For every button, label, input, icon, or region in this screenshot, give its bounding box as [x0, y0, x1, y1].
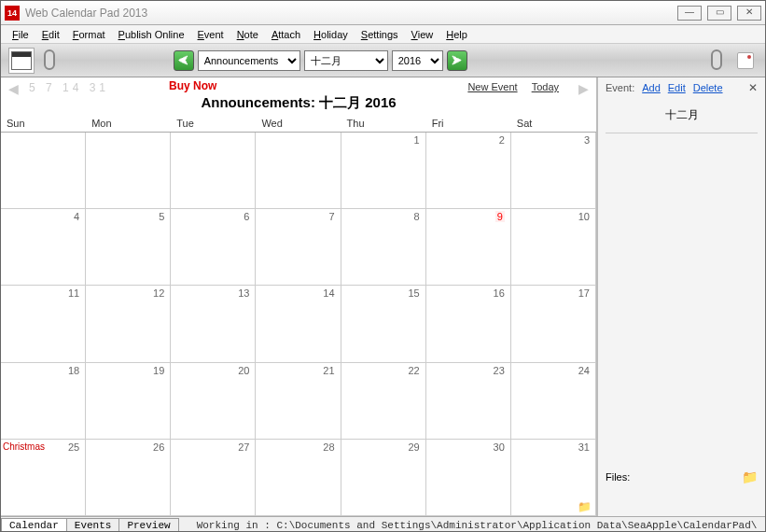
menu-note[interactable]: Note — [231, 27, 264, 42]
day-header: Sun — [1, 115, 86, 132]
calendar-cell[interactable]: 27 — [171, 440, 256, 516]
buy-now-link[interactable]: Buy Now — [169, 79, 216, 92]
tab-events[interactable]: Events — [66, 518, 120, 532]
calendar-cell[interactable]: 8 — [341, 209, 426, 286]
day-header: Wed — [256, 115, 341, 132]
calendar-cell[interactable]: 1 — [341, 133, 426, 209]
calendar-cell[interactable]: 16 — [426, 286, 511, 362]
sidebar-month: 十二月 — [606, 107, 758, 123]
status-message: Working in : C:\Documents and Settings\A… — [197, 520, 758, 531]
day-header: Thu — [341, 115, 426, 132]
day-number: 7 — [328, 211, 334, 222]
day-number: 11 — [68, 287, 79, 299]
minimize-button[interactable]: — — [677, 6, 702, 21]
calendar-cell[interactable]: 24 — [511, 363, 596, 440]
ring-decoration — [44, 49, 55, 70]
calendar-cell[interactable]: 28 — [256, 440, 341, 516]
calendar-cell[interactable]: 20 — [171, 363, 256, 440]
tab-preview[interactable]: Preview — [118, 518, 178, 532]
calendar-cell[interactable] — [1, 133, 86, 209]
ring-decoration — [711, 49, 722, 70]
calendar-cell[interactable]: 21 — [256, 363, 341, 440]
day-number: 14 — [323, 287, 334, 299]
calendar-cell[interactable]: 18 — [1, 363, 86, 440]
menu-event[interactable]: Event — [192, 27, 230, 42]
day-number: 12 — [153, 287, 164, 299]
day-number: 13 — [238, 287, 249, 299]
day-number: 24 — [578, 365, 590, 376]
add-link[interactable]: Add — [642, 82, 661, 93]
tab-calendar[interactable]: Calendar — [1, 518, 67, 532]
maximize-button[interactable]: ▭ — [707, 6, 731, 21]
day-header: Fri — [426, 115, 511, 132]
calendar-cell[interactable]: 4 — [1, 209, 86, 286]
calendar-cell[interactable]: 9 — [426, 209, 511, 286]
title-bar: 14 Web Calendar Pad 2013 — ▭ ✕ — [1, 1, 765, 25]
calendar-cell[interactable]: 29 — [341, 440, 426, 516]
calendar-cell[interactable]: 2 — [426, 133, 511, 209]
calendar-title: Announcements: 十二月 2016 — [1, 94, 596, 112]
day-header: Tue — [171, 115, 256, 132]
menu-bar: FileEditFormatPublish OnlineEventNoteAtt… — [1, 25, 765, 44]
menu-publish-online[interactable]: Publish Online — [113, 27, 190, 42]
new-event-link[interactable]: New Event — [467, 81, 517, 92]
menu-edit[interactable]: Edit — [36, 27, 65, 42]
calendar-cell[interactable]: 12 — [86, 286, 171, 362]
day-header-row: SunMonTueWedThuFriSat — [1, 115, 596, 133]
menu-settings[interactable]: Settings — [355, 27, 404, 42]
close-button[interactable]: ✕ — [737, 6, 761, 21]
day-number: 29 — [408, 441, 419, 453]
category-select[interactable]: Announcements — [198, 50, 300, 71]
menu-format[interactable]: Format — [67, 27, 111, 42]
day-number: 21 — [323, 365, 334, 376]
day-number: 22 — [408, 365, 419, 376]
menu-help[interactable]: Help — [440, 27, 473, 42]
folder-icon[interactable]: 📁 — [742, 469, 758, 484]
folder-icon[interactable]: 📁 — [578, 500, 592, 513]
calendar-cell[interactable]: 26 — [86, 440, 171, 516]
calendar-cell[interactable] — [171, 133, 256, 209]
day-number: 9 — [495, 211, 505, 222]
calendar-cell[interactable]: 14 — [256, 286, 341, 362]
menu-file[interactable]: File — [7, 27, 35, 42]
calendar-cell[interactable]: 13 — [171, 286, 256, 362]
calendar-cell[interactable]: 17 — [511, 286, 596, 362]
options-button[interactable] — [737, 52, 754, 69]
calendar-cell[interactable]: 3 — [511, 133, 596, 209]
month-select[interactable]: 十二月 — [304, 50, 388, 71]
menu-attach[interactable]: Attach — [266, 27, 306, 42]
divider — [606, 133, 758, 133]
close-panel-icon[interactable]: ✕ — [748, 81, 758, 94]
menu-view[interactable]: View — [406, 27, 439, 42]
day-number: 27 — [238, 441, 249, 453]
calendar-cell[interactable]: 11 — [1, 286, 86, 362]
files-label: Files: — [606, 471, 630, 483]
calendar-cell[interactable]: 30 — [426, 440, 511, 516]
calendar-cell[interactable]: 5 — [86, 209, 171, 286]
calendar-cell[interactable] — [256, 133, 341, 209]
prev-button[interactable]: ⮜ — [174, 50, 194, 71]
calendar-icon[interactable] — [8, 48, 35, 74]
day-number: 30 — [494, 441, 505, 453]
calendar-cell[interactable]: Christmas25 — [1, 440, 86, 516]
next-button[interactable]: ⮞ — [447, 50, 467, 71]
delete-link[interactable]: Delete — [693, 82, 723, 93]
day-number: 19 — [153, 365, 164, 376]
calendar-cell[interactable]: 31📁 — [511, 440, 596, 516]
day-number: 25 — [68, 441, 79, 453]
calendar-cell[interactable]: 7 — [256, 209, 341, 286]
sidebar: Event: Add Edit Delete ✕ 十二月 Files: 📁 — [597, 77, 765, 516]
calendar-cell[interactable]: 6 — [171, 209, 256, 286]
menu-holiday[interactable]: Holiday — [308, 27, 354, 42]
day-header: Mon — [86, 115, 171, 132]
calendar-cell[interactable]: 10 — [511, 209, 596, 286]
calendar-cell[interactable]: 15 — [341, 286, 426, 362]
calendar-cell[interactable]: 19 — [86, 363, 171, 440]
calendar-cell[interactable]: 22 — [341, 363, 426, 440]
calendar-cell[interactable] — [86, 133, 171, 209]
today-link[interactable]: Today — [532, 81, 559, 92]
edit-link[interactable]: Edit — [668, 82, 686, 93]
calendar-cell[interactable]: 23 — [426, 363, 511, 440]
past-dates: 5 7 14 31 — [29, 81, 109, 94]
year-select[interactable]: 2016 — [392, 50, 443, 71]
